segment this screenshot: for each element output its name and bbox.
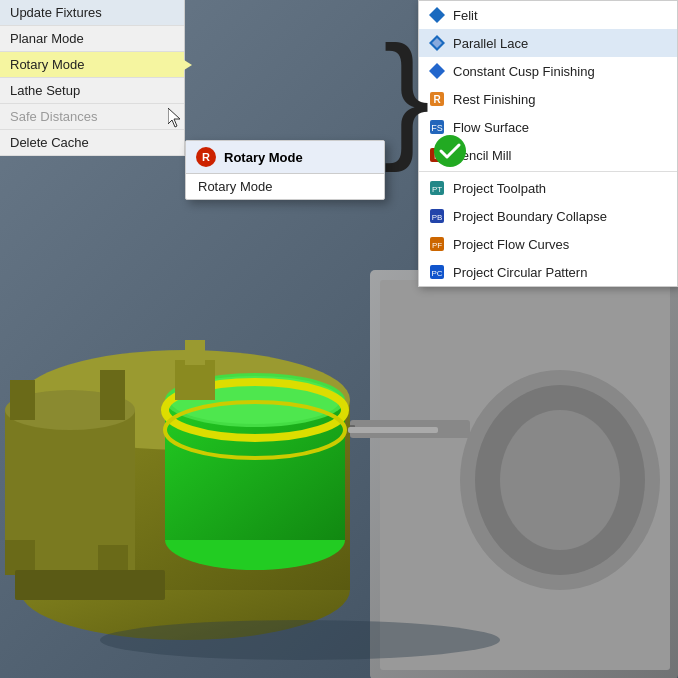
- flow-surface-icon: FS: [427, 117, 447, 137]
- menu-separator-1: [419, 171, 677, 172]
- submenu-item-rotary-mode[interactable]: Rotary Mode: [186, 174, 384, 199]
- menu-item-rest-finishing[interactable]: R Rest Finishing: [419, 85, 677, 113]
- project-boundary-icon: PB: [427, 206, 447, 226]
- left-context-menu: Update Fixtures Planar Mode Rotary Mode …: [0, 0, 185, 156]
- svg-rect-22: [5, 540, 35, 575]
- svg-marker-33: [429, 63, 445, 79]
- right-context-menu: Felit Parallel Lace Constant Cusp Finish…: [418, 0, 678, 287]
- constant-cusp-label: Constant Cusp Finishing: [453, 64, 669, 79]
- menu-item-project-boundary[interactable]: PB Project Boundary Collapse: [419, 202, 677, 230]
- felit-icon: [427, 5, 447, 25]
- svg-rect-20: [10, 380, 35, 420]
- sidebar-item-lathe-setup[interactable]: Lathe Setup: [0, 78, 184, 104]
- rest-finishing-icon: R: [427, 89, 447, 109]
- project-toolpath-label: Project Toolpath: [453, 181, 669, 196]
- sidebar-item-update-fixtures[interactable]: Update Fixtures: [0, 0, 184, 26]
- flow-surface-label: Flow Surface: [453, 120, 669, 135]
- project-circular-icon: PC: [427, 262, 447, 282]
- pencil-mill-label: Pencil Mill: [453, 148, 669, 163]
- sidebar-item-safe-distances: Safe Distances: [0, 104, 184, 130]
- svg-rect-21: [100, 370, 125, 420]
- menu-item-felit[interactable]: Felit: [419, 1, 677, 29]
- svg-text:PB: PB: [432, 213, 443, 222]
- svg-rect-28: [185, 340, 205, 365]
- submenu-arrow: [184, 60, 192, 70]
- menu-item-constant-cusp[interactable]: Constant Cusp Finishing: [419, 57, 677, 85]
- svg-rect-27: [175, 360, 215, 400]
- svg-point-29: [100, 620, 500, 660]
- submenu-header: R Rotary Mode: [186, 141, 384, 174]
- project-boundary-label: Project Boundary Collapse: [453, 209, 669, 224]
- sidebar-item-rotary-mode[interactable]: Rotary Mode: [0, 52, 184, 78]
- svg-text:R: R: [433, 94, 441, 105]
- menu-item-parallel-lace[interactable]: Parallel Lace: [419, 29, 677, 57]
- felit-label: Felit: [453, 8, 669, 23]
- menu-item-pencil-mill[interactable]: P Pencil Mill: [419, 141, 677, 169]
- sidebar-item-delete-cache[interactable]: Delete Cache: [0, 130, 184, 156]
- project-flow-icon: PF: [427, 234, 447, 254]
- rotary-mode-submenu: R Rotary Mode Rotary Mode: [185, 140, 385, 200]
- parallel-lace-label: Parallel Lace: [453, 36, 669, 51]
- svg-point-5: [500, 410, 620, 550]
- submenu-header-icon: R: [196, 147, 216, 167]
- svg-rect-24: [15, 570, 165, 600]
- project-toolpath-icon: PT: [427, 178, 447, 198]
- svg-text:PT: PT: [432, 185, 442, 194]
- sidebar-item-planar-mode[interactable]: Planar Mode: [0, 26, 184, 52]
- project-circular-label: Project Circular Pattern: [453, 265, 669, 280]
- parallel-lace-icon: [427, 33, 447, 53]
- svg-marker-30: [429, 7, 445, 23]
- svg-text:FS: FS: [431, 123, 443, 133]
- project-flow-label: Project Flow Curves: [453, 237, 669, 252]
- svg-rect-25: [348, 427, 438, 433]
- rest-finishing-label: Rest Finishing: [453, 92, 669, 107]
- constant-cusp-icon: [427, 61, 447, 81]
- menu-item-project-toolpath[interactable]: PT Project Toolpath: [419, 174, 677, 202]
- svg-text:PC: PC: [431, 269, 442, 278]
- pencil-mill-icon: P: [427, 145, 447, 165]
- menu-item-project-flow[interactable]: PF Project Flow Curves: [419, 230, 677, 258]
- menu-item-project-circular[interactable]: PC Project Circular Pattern: [419, 258, 677, 286]
- menu-item-flow-surface[interactable]: FS Flow Surface: [419, 113, 677, 141]
- svg-text:PF: PF: [432, 241, 442, 250]
- submenu-title: Rotary Mode: [224, 150, 303, 165]
- svg-text:P: P: [434, 151, 440, 161]
